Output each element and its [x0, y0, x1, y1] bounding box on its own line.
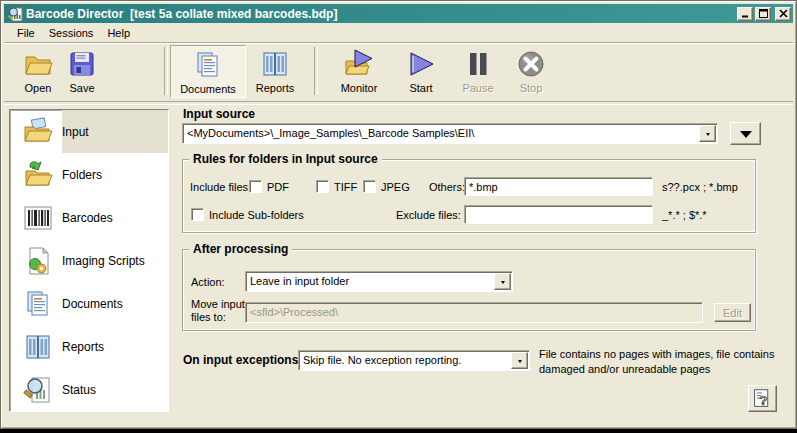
sidebar-item-reports[interactable]: Reports — [10, 325, 168, 368]
app-window: Barcode Director [test 5a collate mixed … — [0, 0, 797, 429]
stop-icon — [515, 48, 547, 80]
window-controls — [735, 7, 791, 21]
help-button[interactable]: ? — [748, 385, 777, 412]
sidebar-nav: Input Folders Barcodes Imaging Scripts D… — [9, 109, 169, 412]
exclude-files-hint: _*.* ; $*.* — [662, 209, 707, 221]
close-icon — [779, 9, 788, 18]
toolbar-label: Pause — [462, 82, 493, 94]
input-folder-icon — [22, 116, 54, 148]
rules-groupbox: Rules for folders in Input source Includ… — [182, 159, 756, 233]
toolbar-label: Start — [409, 82, 432, 94]
toolbar-label: Monitor — [341, 82, 378, 94]
jpeg-checkbox-label: JPEG — [381, 181, 410, 193]
menu-sessions[interactable]: Sessions — [42, 25, 101, 41]
monitor-button[interactable]: Monitor — [326, 45, 392, 98]
sidebar-item-label: Imaging Scripts — [62, 254, 145, 268]
sidebar-item-documents[interactable]: Documents — [10, 282, 168, 325]
move-input-label: Move inputfiles to: — [191, 298, 245, 324]
sidebar-item-label: Input — [62, 125, 89, 139]
reports-icon — [259, 48, 291, 80]
input-exceptions-dropdown-button[interactable] — [511, 352, 528, 369]
toolbar-label: Open — [25, 82, 52, 94]
open-folder-icon — [22, 48, 54, 80]
action-dropdown-button[interactable] — [494, 273, 511, 290]
title-bar[interactable]: Barcode Director [test 5a collate mixed … — [4, 4, 793, 23]
others-label: Others: — [429, 181, 465, 193]
rules-groupbox-title: Rules for folders in Input source — [189, 152, 382, 166]
chevron-down-icon — [518, 360, 522, 365]
pdf-checkbox-label: PDF — [267, 181, 289, 193]
action-label: Action: — [191, 276, 225, 288]
status-icon — [22, 374, 54, 406]
exclude-files-input[interactable] — [464, 205, 653, 224]
sidebar-item-barcodes[interactable]: Barcodes — [10, 196, 168, 239]
minimize-button[interactable] — [737, 7, 753, 21]
pause-button: Pause — [453, 45, 503, 98]
close-button[interactable] — [775, 7, 791, 21]
tiff-checkbox-label: TIFF — [334, 181, 357, 193]
documents-icon — [192, 49, 224, 81]
pdf-checkbox[interactable] — [249, 180, 262, 193]
include-subfolders-label: Include Sub-folders — [209, 209, 304, 221]
input-source-combobox[interactable]: <MyDocuments>\_Image_Samples\_Barcode Sa… — [182, 123, 718, 144]
barcode-magnifier-icon — [7, 6, 23, 22]
include-files-label: Include files: — [190, 181, 251, 193]
toolbar-separator — [314, 47, 318, 95]
sidebar-item-folders[interactable]: Folders — [10, 153, 168, 196]
input-source-dropdown-button[interactable] — [699, 125, 716, 142]
action-combobox[interactable]: Leave in input folder — [245, 271, 513, 292]
start-icon — [405, 48, 437, 80]
include-subfolders-checkbox[interactable] — [191, 208, 204, 221]
others-hint: s??.pcx ; *.bmp — [662, 181, 738, 193]
exclude-files-label: Exclude files: — [396, 209, 461, 221]
input-exceptions-hint: File contains no pages with images, file… — [539, 347, 793, 377]
sidebar-item-label: Barcodes — [62, 211, 113, 225]
open-button[interactable]: Open — [14, 45, 62, 98]
sidebar-item-label: Status — [62, 383, 96, 397]
pause-icon — [462, 48, 494, 80]
save-button[interactable]: Save — [61, 45, 103, 98]
toolbar-label: Reports — [256, 82, 295, 94]
after-processing-groupbox: After processing Action: Leave in input … — [182, 249, 756, 331]
input-exceptions-combobox[interactable]: Skip file. No exception reporting. — [298, 350, 530, 371]
documents-toggle-button[interactable]: Documents — [170, 45, 246, 98]
input-exceptions-value: Skip file. No exception reporting. — [299, 351, 510, 370]
maximize-icon — [759, 9, 768, 18]
tiff-checkbox[interactable] — [316, 180, 329, 193]
window-title: Barcode Director [test 5a collate mixed … — [26, 7, 735, 21]
minimize-icon — [741, 9, 750, 18]
stop-button: Stop — [506, 45, 556, 98]
reports-icon — [22, 331, 54, 363]
jpeg-checkbox[interactable] — [363, 180, 376, 193]
barcodes-icon — [22, 202, 54, 234]
toolbar: Open Save Documents Reports Monito — [4, 43, 793, 101]
input-source-value: <MyDocuments>\_Image_Samples\_Barcode Sa… — [183, 124, 698, 143]
monitor-icon — [343, 48, 375, 80]
folders-icon — [22, 159, 54, 191]
others-input[interactable]: *.bmp — [464, 177, 653, 196]
action-value: Leave in input folder — [246, 272, 493, 291]
start-button[interactable]: Start — [396, 45, 446, 98]
menu-help[interactable]: Help — [100, 25, 137, 41]
input-exceptions-label: On input exceptions: — [183, 353, 302, 367]
imaging-scripts-icon — [22, 245, 54, 277]
sidebar-item-label: Reports — [62, 340, 104, 354]
maximize-button[interactable] — [755, 7, 771, 21]
save-floppy-icon — [66, 48, 98, 80]
menu-file[interactable]: File — [10, 25, 42, 41]
toolbar-divider — [4, 101, 793, 105]
input-source-browse-dropdown-button[interactable] — [730, 122, 761, 145]
sidebar-item-status[interactable]: Status — [10, 368, 168, 411]
menu-bar: File Sessions Help — [4, 23, 793, 43]
sidebar-item-input[interactable]: Input — [10, 110, 168, 153]
sidebar-item-label: Folders — [62, 168, 102, 182]
sidebar-item-imaging-scripts[interactable]: Imaging Scripts — [10, 239, 168, 282]
svg-text:?: ? — [759, 393, 767, 408]
edit-button: Edit — [714, 303, 751, 322]
chevron-down-icon — [740, 131, 752, 144]
chevron-down-icon — [501, 281, 505, 286]
sidebar-item-label: Documents — [62, 297, 123, 311]
after-processing-title: After processing — [189, 242, 292, 256]
toolbar-separator — [164, 47, 168, 95]
reports-toggle-button[interactable]: Reports — [248, 45, 302, 98]
